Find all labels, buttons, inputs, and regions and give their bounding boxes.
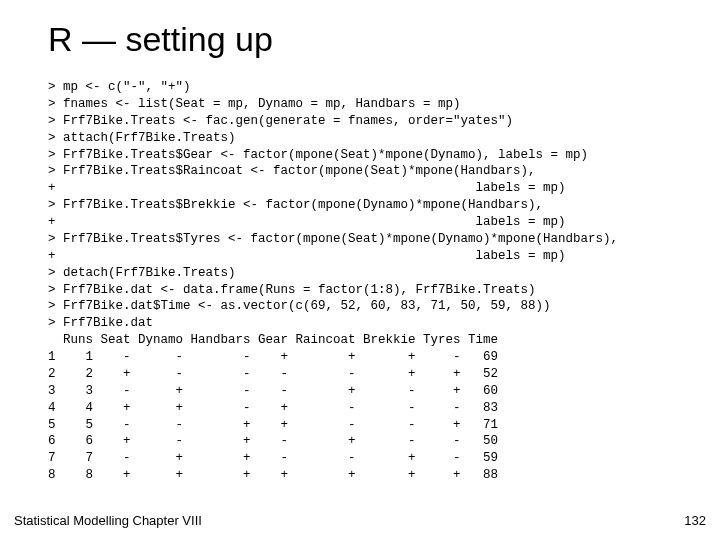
page-number: 132 xyxy=(684,513,706,528)
code-block: > mp <- c("-", "+") > fnames <- list(Sea… xyxy=(48,79,672,484)
slide-title: R — setting up xyxy=(48,20,672,59)
footer-left: Statistical Modelling Chapter VIII xyxy=(14,513,202,528)
